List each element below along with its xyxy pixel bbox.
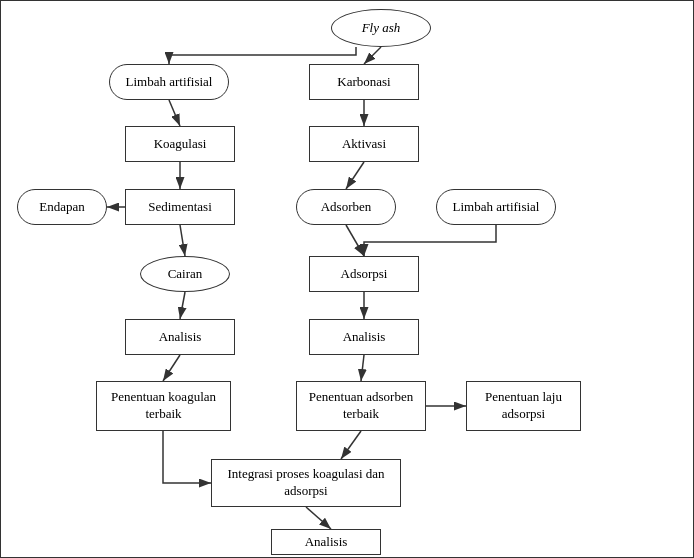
cairan-label: Cairan [168, 266, 203, 283]
karbonasi-label: Karbonasi [337, 74, 390, 91]
sedimentasi-node: Sedimentasi [125, 189, 235, 225]
integrasi-node: Integrasi proses koagulasi dan adsorpsi [211, 459, 401, 507]
penentuan-laju-node: Penentuan laju adsorpsi [466, 381, 581, 431]
aktivasi-label: Aktivasi [342, 136, 386, 153]
svg-line-1 [364, 47, 381, 64]
adsorben-label: Adsorben [321, 199, 372, 216]
fly-ash-node: Fly ash [331, 9, 431, 47]
svg-line-8 [346, 225, 364, 256]
penentuan-laju-label: Penentuan laju adsorpsi [467, 389, 580, 423]
svg-line-11 [163, 355, 180, 381]
adsorpsi-node: Adsorpsi [309, 256, 419, 292]
svg-line-3 [169, 100, 180, 126]
penentuan-koagulan-label: Penentuan koagulan terbaik [97, 389, 230, 423]
svg-line-14 [341, 431, 361, 459]
svg-line-15 [306, 507, 331, 529]
adsorben-node: Adsorben [296, 189, 396, 225]
penentuan-adsorben-label: Penentuan adsorben terbaik [297, 389, 425, 423]
limbah-art-right-node: Limbah artifisial [436, 189, 556, 225]
limbah-art-right-label: Limbah artifisial [452, 199, 539, 216]
analisis-left-label: Analisis [159, 329, 202, 346]
adsorpsi-label: Adsorpsi [341, 266, 388, 283]
svg-line-5 [346, 162, 364, 189]
endapan-node: Endapan [17, 189, 107, 225]
svg-line-9 [180, 292, 185, 319]
fly-ash-label: Fly ash [362, 20, 401, 37]
analisis-left-node: Analisis [125, 319, 235, 355]
limbah-art-left-node: Limbah artifisial [109, 64, 229, 100]
penentuan-koagulan-node: Penentuan koagulan terbaik [96, 381, 231, 431]
endapan-label: Endapan [39, 199, 84, 216]
analisis-final-label: Analisis [305, 534, 348, 551]
koagulasi-node: Koagulasi [125, 126, 235, 162]
penentuan-adsorben-node: Penentuan adsorben terbaik [296, 381, 426, 431]
analisis-final-node: Analisis [271, 529, 381, 555]
koagulasi-label: Koagulasi [154, 136, 207, 153]
integrasi-label: Integrasi proses koagulasi dan adsorpsi [212, 466, 400, 500]
cairan-node: Cairan [140, 256, 230, 292]
svg-line-12 [361, 355, 364, 381]
sedimentasi-label: Sedimentasi [148, 199, 212, 216]
diagram: Fly ash Limbah artifisial Karbonasi Koag… [0, 0, 694, 558]
svg-line-7 [180, 225, 185, 256]
karbonasi-node: Karbonasi [309, 64, 419, 100]
aktivasi-node: Aktivasi [309, 126, 419, 162]
analisis-right-label: Analisis [343, 329, 386, 346]
analisis-right-node: Analisis [309, 319, 419, 355]
limbah-art-left-label: Limbah artifisial [125, 74, 212, 91]
